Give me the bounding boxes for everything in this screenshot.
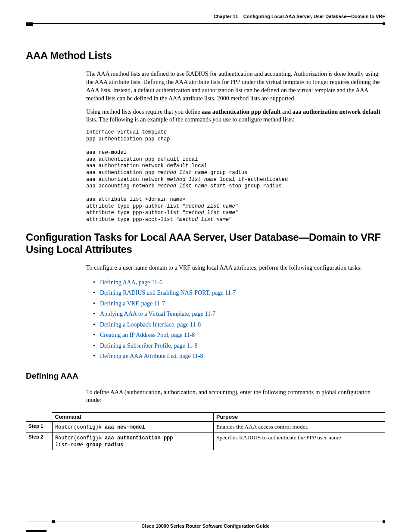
purpose-cell: Enables the AAA access control model. [214, 422, 385, 432]
purpose-column-header: Purpose [214, 413, 385, 422]
command-cell: Router(config)# aaa new-model [52, 422, 213, 432]
list-item: Defining a Loopback Interface, page 11-8 [93, 320, 385, 330]
footer-cap-left [52, 520, 55, 523]
link-defining-radius[interactable]: Defining RADIUS and Enabling NAS-PORT, p… [100, 289, 236, 296]
table-header-row: Command Purpose [26, 413, 385, 422]
paragraph: The AAA method lists are defined to use … [86, 70, 385, 103]
header-cap-left [26, 22, 33, 26]
code-block: interface virtual-template ppp authentic… [86, 129, 385, 223]
step-column-header [26, 413, 52, 422]
document-page: Chapter 11 Configuring Local AAA Server,… [0, 0, 411, 532]
page-footer: Cisco 10000 Series Router Software Confi… [26, 522, 385, 529]
list-item: Defining RADIUS and Enabling NAS-PORT, p… [93, 288, 385, 299]
header-rule [26, 23, 385, 24]
command-table: Command Purpose Step 1 Router(config)# a… [26, 412, 385, 450]
paragraph: Using method lists does require that you… [86, 108, 385, 124]
content-area: AAA Method Lists The AAA method lists ar… [26, 50, 385, 450]
link-defining-loopback[interactable]: Defining a Loopback Interface, page 11-8 [100, 321, 201, 328]
paragraph: To configure a user name domain to a VRF… [86, 264, 385, 272]
subsection-heading-defining-aaa: Defining AAA [26, 371, 385, 381]
chapter-label: Chapter 11 [214, 14, 238, 19]
paragraph: To define AAA (authentication, authoriza… [86, 389, 385, 405]
link-applying-aaa[interactable]: Applying AAA to a Virtual Template, page… [100, 311, 216, 317]
step-label: Step 2 [26, 432, 52, 450]
step-label: Step 1 [26, 422, 52, 432]
purpose-cell: Specifies RADIUS to authenticate the PPP… [214, 432, 385, 450]
page-number-badge: 11-6 [26, 530, 47, 532]
chapter-title: Configuring Local AAA Server, User Datab… [243, 14, 385, 19]
command-cell: Router(config)# aaa authentication pppli… [52, 432, 213, 450]
link-defining-subscriber[interactable]: Defining a Subscriber Profile, page 11-8 [100, 342, 198, 349]
link-defining-attr-list[interactable]: Defining an AAA Attribute List, page 11-… [100, 353, 203, 359]
page-header: Chapter 11 Configuring Local AAA Server,… [26, 14, 385, 19]
command-column-header: Command [52, 413, 213, 422]
footer-book-title: Cisco 10000 Series Router Software Confi… [26, 522, 385, 529]
table-row: Step 1 Router(config)# aaa new-model Ena… [26, 422, 385, 432]
list-item: Defining AAA, page 11-6 [93, 277, 385, 288]
list-item: Creating an IP Address Pool, page 11-8 [93, 330, 385, 341]
section-heading-config-tasks: Configuration Tasks for Local AAA Server… [26, 231, 385, 255]
footer-cap-right [383, 520, 385, 523]
header-cap-right [383, 22, 385, 25]
task-list: Defining AAA, page 11-6 Defining RADIUS … [93, 277, 385, 362]
footer-rule: Cisco 10000 Series Router Software Confi… [26, 522, 385, 529]
list-item: Defining an AAA Attribute List, page 11-… [93, 351, 385, 362]
list-item: Defining a Subscriber Profile, page 11-8 [93, 341, 385, 352]
link-creating-ip-pool[interactable]: Creating an IP Address Pool, page 11-8 [100, 332, 195, 338]
list-item: Applying AAA to a Virtual Template, page… [93, 309, 385, 320]
link-defining-aaa[interactable]: Defining AAA, page 11-6 [100, 279, 162, 286]
table-row: Step 2 Router(config)# aaa authenticatio… [26, 432, 385, 450]
section-heading-aaa-method-lists: AAA Method Lists [26, 50, 385, 62]
list-item: Defining a VRF, page 11-7 [93, 299, 385, 309]
link-defining-vrf[interactable]: Defining a VRF, page 11-7 [100, 300, 165, 307]
